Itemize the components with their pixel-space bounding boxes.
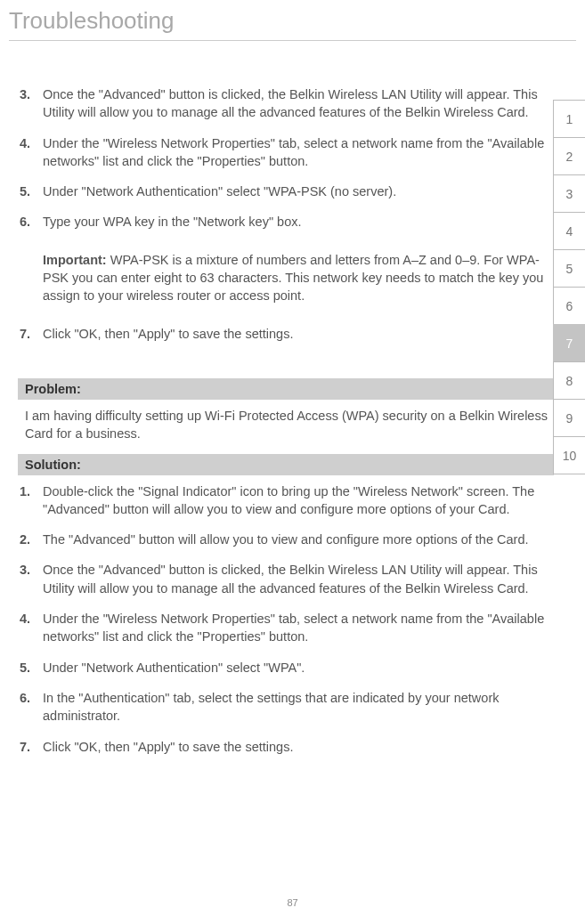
solution-step-3: 3. Once the "Advanced" button is clicked… (18, 561, 554, 597)
step-text: Type your WPA key in the "Network key" b… (43, 213, 554, 231)
tab-10[interactable]: 10 (553, 436, 585, 474)
step-text: The "Advanced" button will allow you to … (43, 531, 554, 548)
page-number: 87 (0, 897, 585, 908)
step-number: 1. (18, 482, 43, 519)
solution-step-4: 4. Under the "Wireless Network Propertie… (18, 610, 554, 646)
step-text: Once the "Advanced" button is clicked, t… (43, 561, 554, 597)
step-text: Double-click the "Signal Indicator" icon… (43, 482, 554, 519)
step-number: 7. (18, 325, 43, 343)
solution-step-2: 2. The "Advanced" button will allow you … (18, 531, 554, 548)
solution-step-1: 1. Double-click the "Signal Indicator" i… (18, 482, 554, 519)
step-text: Under the "Wireless Network Properties" … (43, 610, 554, 646)
content-area: 3. Once the "Advanced" button is clicked… (0, 85, 585, 756)
step-text: Under the "Wireless Network Properties" … (43, 134, 554, 171)
page-title: Troubleshooting (0, 0, 585, 40)
solution-step-7: 7. Click "OK, then "Apply" to save the s… (18, 738, 554, 756)
solution-header: Solution: (18, 454, 554, 475)
tab-4[interactable]: 4 (553, 212, 585, 250)
top-step-7: 7. Click "OK, then "Apply" to save the s… (18, 325, 554, 343)
tab-5[interactable]: 5 (553, 249, 585, 288)
sidebar-tabs: 1 2 3 4 5 6 7 8 9 10 (553, 100, 585, 474)
step-number: 6. (18, 689, 43, 725)
step-text: Under "Network Authentication" select "W… (43, 659, 554, 677)
step-number: 5. (18, 182, 43, 200)
step-number: 5. (18, 659, 43, 677)
step-number: 4. (18, 134, 43, 171)
step-text: Once the "Advanced" button is clicked, t… (43, 85, 554, 122)
tab-9[interactable]: 9 (553, 399, 585, 437)
important-label: Important: (43, 253, 107, 267)
step-number: 2. (18, 531, 43, 548)
step-number: 3. (18, 561, 43, 597)
step-text: In the "Authentication" tab, select the … (43, 689, 554, 725)
important-text: WPA-PSK is a mixture of numbers and lett… (43, 253, 543, 304)
top-step-6: 6. Type your WPA key in the "Network key… (18, 213, 554, 231)
tab-2[interactable]: 2 (553, 137, 585, 175)
step-number: 6. (18, 213, 43, 231)
top-step-3: 3. Once the "Advanced" button is clicked… (18, 85, 554, 122)
tab-3[interactable]: 3 (553, 174, 585, 213)
step-number: 3. (18, 85, 43, 122)
top-step-5: 5. Under "Network Authentication" select… (18, 182, 554, 200)
tab-7[interactable]: 7 (553, 324, 585, 362)
important-note: Important: WPA-PSK is a mixture of numbe… (43, 251, 554, 305)
tab-6[interactable]: 6 (553, 287, 585, 325)
problem-header: Problem: (18, 378, 554, 400)
step-number: 7. (18, 738, 43, 756)
step-number: 4. (18, 610, 43, 646)
step-text: Click "OK, then "Apply" to save the sett… (43, 325, 554, 343)
problem-text: I am having difficulty setting up Wi-Fi … (25, 407, 554, 443)
solution-step-5: 5. Under "Network Authentication" select… (18, 659, 554, 677)
step-text: Click "OK, then "Apply" to save the sett… (43, 738, 554, 756)
solution-step-6: 6. In the "Authentication" tab, select t… (18, 689, 554, 725)
top-step-4: 4. Under the "Wireless Network Propertie… (18, 134, 554, 171)
tab-1[interactable]: 1 (553, 100, 585, 138)
title-underline (9, 40, 576, 41)
tab-8[interactable]: 8 (553, 361, 585, 400)
step-text: Under "Network Authentication" select "W… (43, 182, 554, 200)
